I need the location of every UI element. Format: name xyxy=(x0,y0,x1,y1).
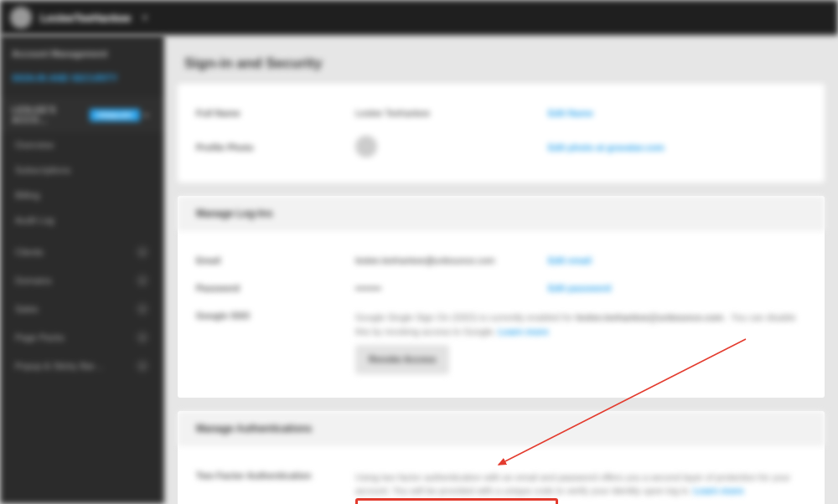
sidebar-item-page-packs[interactable]: Page Packs› xyxy=(0,323,164,352)
edit-photo-link[interactable]: Edit photo at gravatar.com xyxy=(548,142,806,152)
logins-card: Manage Log-Ins Email leslee.teehankee@un… xyxy=(178,196,825,398)
sso-description: Google Single Sign On (SSO) is currently… xyxy=(355,311,806,374)
page-title: Sign-in and Security xyxy=(178,47,825,84)
top-bar: LesleeTeeHankee ▾ xyxy=(0,0,838,35)
sidebar-item-label: Sales xyxy=(15,304,39,314)
expand-icon: › xyxy=(136,245,149,259)
tfa-highlight: Set up Two Factor Authentication xyxy=(355,498,558,505)
sidebar-item-audit-log[interactable]: Audit Log xyxy=(0,208,164,233)
password-label: Password xyxy=(196,283,347,293)
sso-text-a: Google Single Sign On (SSO) is currently… xyxy=(355,312,576,322)
avatar[interactable] xyxy=(10,7,32,28)
sidebar-item-label: Audit Log xyxy=(15,215,54,225)
email-value: leslee.teehankee@unbounce.com xyxy=(355,255,540,265)
auth-heading: Manage Authentications xyxy=(178,411,825,446)
full-name-value: Leslee Teehankee xyxy=(355,108,540,118)
sidebar-item-label: Billing xyxy=(15,190,39,200)
sso-learn-more-link[interactable]: Learn more xyxy=(499,327,549,337)
expand-icon: › xyxy=(136,359,149,373)
auth-card: Manage Authentications Two Factor Authen… xyxy=(178,411,825,505)
edit-name-link[interactable]: Edit Name xyxy=(548,108,806,118)
full-name-row: Full Name Leslee Teehankee Edit Name xyxy=(196,99,806,126)
sidebar-item-label: Popup & Sticky Bar… xyxy=(15,361,104,371)
edit-email-link[interactable]: Edit email xyxy=(548,255,806,265)
sidebar-item-label: Overview xyxy=(15,140,54,150)
password-value: •••••••• xyxy=(355,283,540,293)
main-content: Sign-in and Security Full Name Leslee Te… xyxy=(164,35,838,504)
email-row: Email leslee.teehankee@unbounce.com Edit… xyxy=(196,246,806,274)
tfa-learn-more-link[interactable]: Learn more xyxy=(694,486,744,496)
full-name-label: Full Name xyxy=(196,108,347,118)
profile-photo-row: Profile Photo Edit photo at gravatar.com xyxy=(196,126,806,167)
sidebar-item-billing[interactable]: Billing xyxy=(0,183,164,208)
sso-label: Google SSO xyxy=(196,311,347,321)
sidebar-item-signin-security[interactable]: SIGN-IN AND SECURITY xyxy=(0,65,164,90)
user-name-label[interactable]: LesleeTeeHankee xyxy=(40,12,131,24)
email-label: Email xyxy=(196,255,347,265)
sidebar-item-label: Domains xyxy=(15,275,51,285)
sidebar-account-label: LESLEE'S ACCO… xyxy=(12,105,90,125)
logins-heading: Manage Log-Ins xyxy=(178,196,825,231)
sidebar-item-popup-sticky[interactable]: Popup & Sticky Bar…› xyxy=(0,352,164,380)
sso-email: leslee.teehankee@unbounce.com xyxy=(576,312,723,322)
sidebar-item-label: Page Packs xyxy=(15,332,65,342)
sidebar-section-title: Account Management xyxy=(0,42,164,65)
sidebar-account-header[interactable]: LESLEE'S ACCO… PRIMARY ▾ xyxy=(0,97,164,132)
chevron-down-icon: ▾ xyxy=(140,108,153,121)
sidebar-item-sales[interactable]: Sales› xyxy=(0,295,164,323)
sidebar-item-domains[interactable]: Domains› xyxy=(0,266,164,295)
edit-password-link[interactable]: Edit password xyxy=(548,283,806,293)
sso-row: Google SSO Google Single Sign On (SSO) i… xyxy=(196,301,806,383)
sidebar-item-label: Subscriptions xyxy=(15,165,70,175)
revoke-access-button[interactable]: Revoke Access xyxy=(355,345,449,374)
sidebar-item-clients[interactable]: Clients› xyxy=(0,238,164,266)
sidebar-item-subscriptions[interactable]: Subscriptions xyxy=(0,157,164,183)
sidebar-item-overview[interactable]: Overview xyxy=(0,132,164,157)
expand-icon: › xyxy=(136,274,149,287)
avatar-icon xyxy=(355,136,377,157)
password-row: Password •••••••• Edit password xyxy=(196,274,806,301)
chevron-down-icon[interactable]: ▾ xyxy=(142,12,147,23)
sidebar-item-label: Clients xyxy=(15,247,44,257)
tfa-description: Using two factor authentication with an … xyxy=(355,471,806,505)
sidebar-primary-badge: PRIMARY xyxy=(90,109,139,121)
expand-icon: › xyxy=(136,331,149,344)
tfa-label: Two Factor Authentication xyxy=(196,471,347,481)
sidebar: Account Management SIGN-IN AND SECURITY … xyxy=(0,35,164,504)
expand-icon: › xyxy=(136,302,149,316)
profile-photo-label: Profile Photo xyxy=(196,142,347,152)
tfa-row: Two Factor Authentication Using two fact… xyxy=(196,461,806,505)
profile-card: Full Name Leslee Teehankee Edit Name Pro… xyxy=(178,84,825,183)
